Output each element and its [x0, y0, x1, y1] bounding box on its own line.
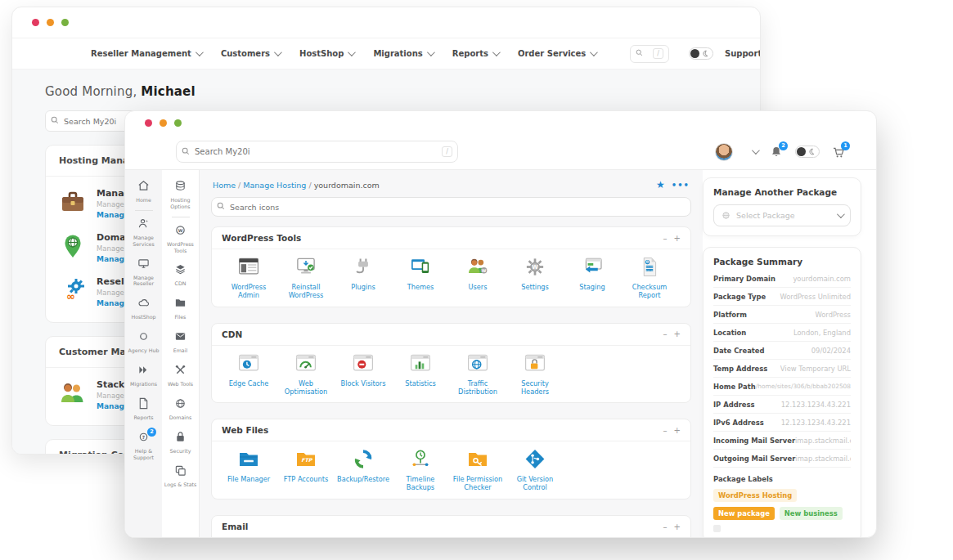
- sidebar-item-web-tools[interactable]: Web Tools: [162, 359, 199, 392]
- file-manager-icon: [236, 448, 261, 473]
- wp-admin-icon: [236, 256, 261, 281]
- collapse-icon[interactable]: –: [663, 329, 668, 338]
- tool-block-visitors[interactable]: Block Visitors: [335, 352, 392, 396]
- sidebar-item-files[interactable]: Files: [162, 292, 199, 325]
- tool-settings[interactable]: WSettings: [506, 256, 564, 300]
- nav-item-hostshop[interactable]: HostShop: [299, 49, 353, 58]
- tool-web-optimisation[interactable]: Web Optimisation: [277, 352, 335, 396]
- nav-item-migrations[interactable]: Migrations: [373, 49, 432, 58]
- tool-label: WordPress Admin: [220, 284, 277, 300]
- back-search-box[interactable]: /: [630, 45, 669, 63]
- chevron-down-icon: [837, 210, 845, 218]
- zoom-window-button[interactable]: [61, 19, 69, 26]
- front-search-input[interactable]: [195, 147, 437, 156]
- support-menu[interactable]: Support 1: [725, 49, 761, 58]
- dark-mode-toggle[interactable]: [689, 47, 713, 60]
- svg-text:∞: ∞: [66, 290, 75, 302]
- tool-staging[interactable]: Staging: [564, 256, 621, 300]
- front-header: / 2 1: [125, 134, 876, 170]
- notifications-button[interactable]: 2: [770, 146, 783, 159]
- sidebar-item-security[interactable]: Security: [162, 426, 199, 459]
- tool-git-version-control[interactable]: Git Version Control: [506, 448, 564, 492]
- more-options-icon[interactable]: •••: [672, 181, 690, 190]
- dark-mode-toggle[interactable]: [795, 146, 820, 158]
- expand-icon[interactable]: +: [674, 234, 681, 243]
- summary-value[interactable]: View Temporary URL: [780, 365, 851, 373]
- sidebar-item-agency-hub[interactable]: Agency Hub: [125, 325, 162, 359]
- sidebar-item-cdn[interactable]: CDN: [162, 258, 199, 292]
- reseller-gear-icon: ∞: [59, 276, 87, 304]
- sidebar-item-help-support[interactable]: ?Help & Support2: [125, 426, 162, 466]
- tool-backup-restore[interactable]: Backup/Restore: [335, 448, 392, 492]
- email-icon: [174, 330, 187, 346]
- section-controls: –+: [663, 522, 681, 531]
- summary-value: WordPress Unlimited: [780, 293, 851, 301]
- files-icon: [174, 297, 187, 312]
- tool-users[interactable]: WUsers: [449, 256, 506, 300]
- front-window: / 2 1 HomeManage ServicesManage Reseller…: [124, 110, 877, 538]
- sidebar-item-label: Security: [170, 448, 191, 455]
- tool-wordpress-admin[interactable]: WordPress Admin: [220, 256, 277, 300]
- chevron-down-icon[interactable]: [752, 146, 760, 155]
- package-labels: WordPress HostingNew packageNew business: [713, 489, 851, 532]
- minimize-window-button[interactable]: [160, 119, 167, 127]
- tool-checksum-report[interactable]: 001.001101.00Checksum Report: [621, 256, 678, 300]
- expand-icon[interactable]: +: [674, 329, 681, 338]
- avatar[interactable]: [715, 143, 733, 161]
- tool-reinstall-wordpress[interactable]: Reinstall WordPress: [277, 256, 335, 300]
- tool-traffic-distribution[interactable]: Traffic Distribution: [449, 352, 506, 396]
- tool-statistics[interactable]: Statistics: [392, 352, 449, 396]
- close-window-button[interactable]: [145, 119, 152, 127]
- tool-file-manager[interactable]: File Manager: [220, 448, 277, 492]
- sidebar-item-label: HostShop: [131, 314, 155, 320]
- sidebar-item-email[interactable]: Email: [162, 325, 199, 359]
- package-summary-title: Package Summary: [713, 257, 851, 267]
- package-label-new-business: New business: [780, 507, 843, 520]
- edge-cache-icon: [236, 352, 261, 378]
- cart-button[interactable]: 1: [832, 146, 845, 159]
- close-window-button[interactable]: [32, 19, 39, 26]
- tool-themes[interactable]: Themes: [392, 256, 449, 300]
- summary-value: London, England: [793, 329, 851, 337]
- icons-search-input[interactable]: [230, 203, 686, 212]
- expand-icon[interactable]: +: [674, 522, 681, 531]
- front-search-box[interactable]: /: [176, 141, 458, 163]
- sidebar-primary: HomeManage ServicesManage ResellerHostSh…: [125, 170, 162, 538]
- nav-item-reports[interactable]: Reports: [452, 49, 498, 58]
- nav-item-reseller-management[interactable]: Reseller Management: [91, 49, 201, 58]
- nav-item-customers[interactable]: Customers: [221, 49, 280, 58]
- cdn-icon: [174, 263, 187, 279]
- collapse-icon[interactable]: –: [663, 522, 668, 531]
- collapse-icon[interactable]: –: [663, 234, 668, 243]
- breadcrumb-home[interactable]: Home: [213, 181, 236, 190]
- favourite-star-icon[interactable]: ★: [656, 179, 665, 190]
- sidebar-item-domains[interactable]: Domains: [162, 392, 199, 426]
- sidebar-item-wordpress-tools[interactable]: WWordPress Tools: [162, 219, 199, 259]
- collapse-icon[interactable]: –: [663, 426, 668, 435]
- tool-timeline-backups[interactable]: Timeline Backups: [392, 448, 449, 492]
- breadcrumb-manage-hosting[interactable]: Manage Hosting: [243, 181, 306, 190]
- sidebar-item-migrations[interactable]: Migrations: [125, 359, 162, 392]
- sidebar-item-manage-services[interactable]: Manage Services: [125, 213, 162, 253]
- nav-item-order-services[interactable]: Order Services: [518, 49, 596, 58]
- sidebar-item-home[interactable]: Home: [125, 175, 162, 208]
- sidebar-item-hosting-options[interactable]: Hosting Options: [162, 175, 199, 215]
- minimize-window-button[interactable]: [47, 19, 54, 26]
- tool-plugins[interactable]: Plugins: [335, 256, 392, 300]
- sidebar-item-logs-stats[interactable]: Logs & Stats: [162, 459, 199, 493]
- tool-label: Edge Cache: [229, 380, 269, 388]
- add-label-button[interactable]: [713, 525, 721, 532]
- tool-label: Reinstall WordPress: [277, 284, 335, 300]
- sidebar-item-hostshop[interactable]: HostShop: [125, 292, 162, 325]
- zoom-window-button[interactable]: [174, 119, 182, 127]
- sidebar-item-manage-reseller[interactable]: Manage Reseller: [125, 253, 162, 293]
- sidebar-item-reports[interactable]: Reports: [125, 392, 162, 426]
- tool-security-headers[interactable]: Security Headers: [506, 352, 564, 396]
- tool-edge-cache[interactable]: Edge Cache: [220, 352, 277, 396]
- icons-search-box[interactable]: [211, 197, 691, 217]
- select-package-dropdown[interactable]: Select Package: [713, 204, 851, 226]
- tool-file-permission-checker[interactable]: File Permission Checker: [449, 448, 506, 492]
- expand-icon[interactable]: +: [674, 426, 681, 435]
- web-tools-icon: [174, 364, 187, 379]
- tool-ftp-accounts[interactable]: FTPFTP Accounts: [277, 448, 335, 492]
